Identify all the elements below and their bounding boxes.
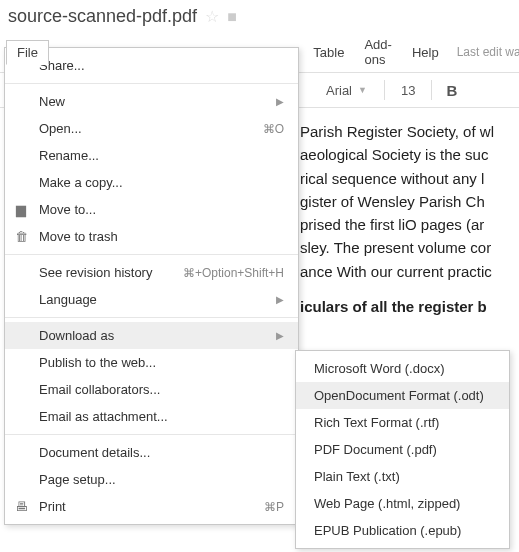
menu-item-rename[interactable]: Rename... xyxy=(5,142,298,169)
download-as-submenu: Microsoft Word (.docx) OpenDocument Form… xyxy=(295,350,510,549)
shortcut-text: ⌘+Option+Shift+H xyxy=(183,266,284,280)
last-edit-text[interactable]: Last edit was xyxy=(457,45,519,59)
print-icon: 🖶 xyxy=(13,499,29,514)
menu-item-page-setup[interactable]: Page setup... xyxy=(5,466,298,493)
document-content[interactable]: Parish Register Society, of wl aeologica… xyxy=(300,120,519,318)
document-title[interactable]: source-scanned-pdf.pdf xyxy=(8,6,197,27)
menu-item-print[interactable]: 🖶Print⌘P xyxy=(5,493,298,520)
menu-addons[interactable]: Add-ons xyxy=(354,33,401,71)
menu-item-make-copy[interactable]: Make a copy... xyxy=(5,169,298,196)
text-line-bold: iculars of all the register b xyxy=(300,295,519,318)
submenu-item-pdf[interactable]: PDF Document (.pdf) xyxy=(296,436,509,463)
submenu-item-rtf[interactable]: Rich Text Format (.rtf) xyxy=(296,409,509,436)
font-selector[interactable]: Arial ▼ xyxy=(317,82,376,99)
menu-item-download-as[interactable]: Download as▶ xyxy=(5,322,298,349)
menu-item-publish-web[interactable]: Publish to the web... xyxy=(5,349,298,376)
menu-divider xyxy=(5,317,298,318)
menu-item-trash[interactable]: 🗑Move to trash xyxy=(5,223,298,250)
chevron-right-icon: ▶ xyxy=(276,96,284,107)
folder-icon: ▆ xyxy=(13,202,29,217)
text-line: gister of Wensley Parish Ch xyxy=(300,190,519,213)
menu-item-move-to[interactable]: ▆Move to... xyxy=(5,196,298,223)
menu-divider xyxy=(5,434,298,435)
title-bar: source-scanned-pdf.pdf ☆ ■ xyxy=(0,0,519,33)
text-line: Parish Register Society, of wl xyxy=(300,120,519,143)
text-line: sley. The present volume cor xyxy=(300,236,519,259)
menu-item-language[interactable]: Language▶ xyxy=(5,286,298,313)
font-size-selector[interactable]: 13 xyxy=(393,83,423,98)
submenu-item-odt[interactable]: OpenDocument Format (.odt) xyxy=(296,382,509,409)
font-name: Arial xyxy=(326,83,352,98)
chevron-down-icon: ▼ xyxy=(358,85,367,95)
chevron-right-icon: ▶ xyxy=(276,294,284,305)
submenu-item-epub[interactable]: EPUB Publication (.epub) xyxy=(296,517,509,544)
toolbar-separator xyxy=(431,80,432,100)
bold-button[interactable]: B xyxy=(440,82,463,99)
text-line: rical sequence without any l xyxy=(300,167,519,190)
text-line: aeological Society is the suc xyxy=(300,143,519,166)
chevron-right-icon: ▶ xyxy=(276,330,284,341)
menu-item-revision-history[interactable]: See revision history⌘+Option+Shift+H xyxy=(5,259,298,286)
menu-file[interactable]: File xyxy=(6,40,49,65)
submenu-item-docx[interactable]: Microsoft Word (.docx) xyxy=(296,355,509,382)
text-line: prised the first liO pages (ar xyxy=(300,213,519,236)
submenu-item-html[interactable]: Web Page (.html, zipped) xyxy=(296,490,509,517)
folder-icon[interactable]: ■ xyxy=(227,8,237,26)
menu-item-email-attachment[interactable]: Email as attachment... xyxy=(5,403,298,430)
toolbar-separator xyxy=(384,80,385,100)
star-icon[interactable]: ☆ xyxy=(205,7,219,26)
shortcut-text: ⌘O xyxy=(263,122,284,136)
menu-help[interactable]: Help xyxy=(402,41,449,64)
trash-icon: 🗑 xyxy=(13,229,29,244)
menu-item-new[interactable]: New▶ xyxy=(5,88,298,115)
menu-item-email-collaborators[interactable]: Email collaborators... xyxy=(5,376,298,403)
submenu-item-txt[interactable]: Plain Text (.txt) xyxy=(296,463,509,490)
menu-divider xyxy=(5,83,298,84)
menu-item-open[interactable]: Open...⌘O xyxy=(5,115,298,142)
shortcut-text: ⌘P xyxy=(264,500,284,514)
menu-divider xyxy=(5,254,298,255)
text-line: ance With our current practic xyxy=(300,260,519,283)
file-menu-dropdown: Share... New▶ Open...⌘O Rename... Make a… xyxy=(4,47,299,525)
menu-table[interactable]: Table xyxy=(303,41,354,64)
menu-item-document-details[interactable]: Document details... xyxy=(5,439,298,466)
